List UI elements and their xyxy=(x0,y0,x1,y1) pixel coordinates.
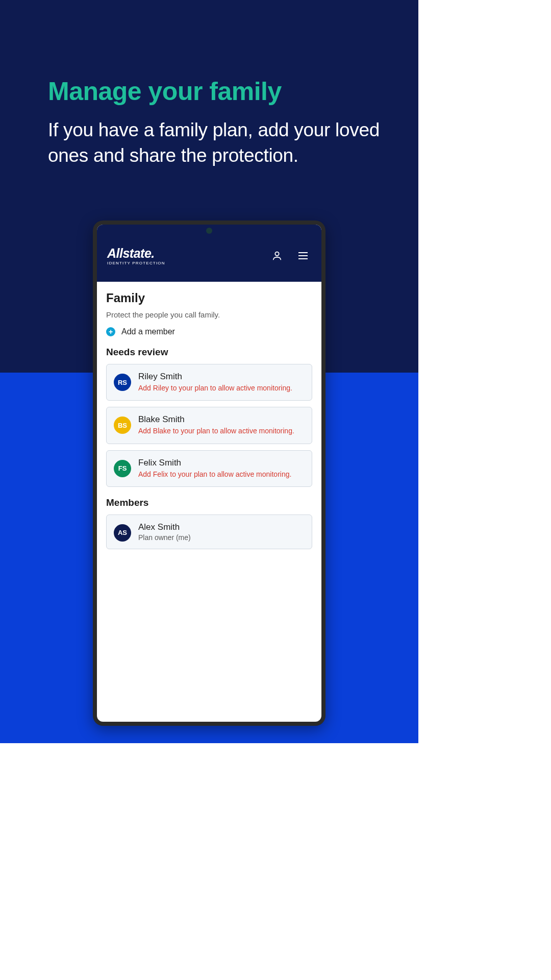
avatar: BS xyxy=(114,416,131,434)
member-name: Alex Smith xyxy=(138,522,305,532)
brand-tagline: IDENTITY PROTECTION xyxy=(107,261,165,265)
needs-review-title: Needs review xyxy=(106,347,312,358)
app-body: Family Protect the people you call famil… xyxy=(97,282,321,549)
member-card-needs-review[interactable]: FS Felix Smith Add Felix to your plan to… xyxy=(106,450,312,487)
member-card-needs-review[interactable]: RS Riley Smith Add Riley to your plan to… xyxy=(106,364,312,401)
member-card-needs-review[interactable]: BS Blake Smith Add Blake to your plan to… xyxy=(106,407,312,444)
add-member-button[interactable]: + Add a member xyxy=(106,327,312,336)
avatar: AS xyxy=(114,524,131,542)
phone-camera xyxy=(206,228,212,234)
avatar: FS xyxy=(114,460,131,477)
brand: Allstate. IDENTITY PROTECTION xyxy=(107,247,165,265)
person-icon xyxy=(271,250,283,261)
plus-icon: + xyxy=(106,327,115,336)
members-section: Members AS Alex Smith Plan owner (me) xyxy=(106,497,312,549)
card-content: Riley Smith Add Riley to your plan to al… xyxy=(138,372,305,393)
hero-title: Manage your family xyxy=(48,77,388,106)
page-subtitle: Protect the people you call family. xyxy=(106,310,312,319)
add-member-label: Add a member xyxy=(121,327,175,336)
hero-section: Manage your family If you have a family … xyxy=(48,77,388,168)
member-name: Felix Smith xyxy=(138,458,305,468)
member-role: Plan owner (me) xyxy=(138,533,305,542)
phone-screen: Allstate. IDENTITY PROTECTION xyxy=(97,225,321,722)
phone-frame: Allstate. IDENTITY PROTECTION xyxy=(93,220,325,726)
member-alert-message: Add Felix to your plan to allow active m… xyxy=(138,469,305,479)
hero-subtitle: If you have a family plan, add your love… xyxy=(48,117,388,168)
members-title: Members xyxy=(106,497,312,508)
member-alert-message: Add Blake to your plan to allow active m… xyxy=(138,426,305,436)
hamburger-icon xyxy=(297,250,309,262)
card-content: Blake Smith Add Blake to your plan to al… xyxy=(138,414,305,436)
svg-point-0 xyxy=(275,252,279,255)
avatar: RS xyxy=(114,374,131,391)
member-card[interactable]: AS Alex Smith Plan owner (me) xyxy=(106,514,312,549)
header-actions xyxy=(269,248,311,265)
card-content: Felix Smith Add Felix to your plan to al… xyxy=(138,458,305,479)
member-name: Blake Smith xyxy=(138,414,305,425)
brand-name: Allstate. xyxy=(107,247,165,260)
profile-button[interactable] xyxy=(269,248,285,265)
member-alert-message: Add Riley to your plan to allow active m… xyxy=(138,383,305,393)
member-name: Riley Smith xyxy=(138,372,305,382)
card-content: Alex Smith Plan owner (me) xyxy=(138,522,305,542)
page-title: Family xyxy=(106,291,312,305)
menu-button[interactable] xyxy=(295,248,311,265)
